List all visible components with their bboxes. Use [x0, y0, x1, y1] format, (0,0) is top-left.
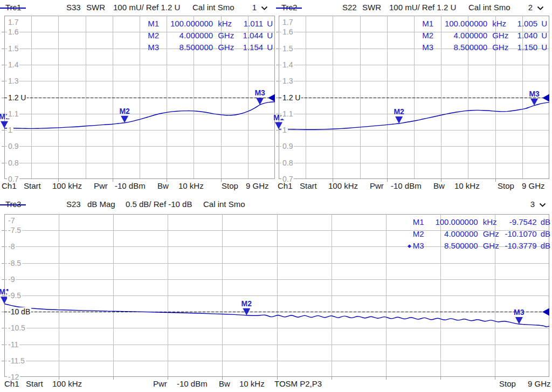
scale-reference[interactable]: 100 mU/ Ref 1.2 U — [389, 3, 456, 12]
start-frequency[interactable]: 100 kHz — [52, 181, 82, 190]
trace-panel-2: Trc2 S22 SWR 100 mU/ Ref 1.2 U Cal int S… — [276, 0, 552, 194]
stop-frequency[interactable]: 9 GHz — [522, 181, 545, 190]
start-label: Start — [300, 181, 317, 190]
power-value[interactable]: -10 dBm — [115, 181, 146, 190]
measurement-parameter[interactable]: S22 — [342, 3, 357, 12]
y-axis-label: 1.3 — [7, 77, 19, 86]
y-axis-label: 1.4 — [281, 60, 294, 70]
scale-reference[interactable]: 0.5 dB/ Ref -10 dB — [126, 200, 192, 209]
marker-vu-cell: U — [263, 43, 273, 52]
chevron-down-icon[interactable] — [261, 6, 268, 11]
trace-format[interactable]: SWR — [362, 3, 381, 12]
stop-label: Stop — [499, 379, 516, 388]
y-axis-label: -8 — [7, 242, 16, 251]
y-axis-label: 0.9 — [281, 142, 294, 151]
chevron-down-icon[interactable] — [537, 6, 544, 11]
bandwidth-label: Bw — [157, 181, 169, 190]
diagram-area-3[interactable]: M1M2M3-7-7.5-8-8.5-9-9.5-10 dB-10.5-11-1… — [4, 214, 549, 377]
trace-panel-1: Trc1 S33 SWR 100 mU/ Ref 1.2 U Cal int S… — [0, 0, 276, 194]
diagram-area-2[interactable]: M1M2M31.71.61.51.41.31.2 U1.110.90.80.7M… — [279, 16, 549, 179]
channel-footer-2: Ch1 Start 100 kHz Pwr -10 dBm Bw 10 kHz … — [276, 179, 552, 194]
marker-val-cell: -10.3779 — [501, 241, 537, 250]
y-axis-label: 0.8 — [7, 159, 19, 168]
marker-freq-cell: 4.000000 — [433, 31, 487, 40]
marker-info-table: M1100.000000kHz1.011UM24.000000GHz1.044U… — [140, 18, 273, 53]
y-axis-label: 1.1 — [7, 109, 19, 119]
stop-frequency[interactable]: 9 GHz — [528, 379, 551, 388]
channel-label: Ch1 — [2, 181, 17, 190]
marker-name-cell: M1 — [401, 217, 424, 226]
marker-name-cell: M2 — [140, 31, 159, 40]
start-frequency[interactable]: 100 kHz — [328, 181, 358, 190]
ref-position-arrow[interactable] — [268, 94, 275, 102]
channel-number[interactable]: 3 — [527, 200, 535, 209]
diagram-area-1[interactable]: M1M2M31.71.61.51.41.31.2 U1.110.90.80.7M… — [4, 16, 275, 179]
marker-M2[interactable]: M2 — [242, 299, 252, 315]
marker-unit-cell: GHz — [487, 43, 510, 52]
y-axis-label: -9.5 — [7, 291, 22, 300]
marker-val-cell: 1.040 — [510, 31, 537, 40]
ref-position-arrow[interactable] — [542, 94, 549, 102]
y-axis-label: -7 — [7, 216, 16, 225]
marker-name-cell: M2 — [414, 31, 433, 40]
bandwidth-value[interactable]: 10 kHz — [178, 181, 204, 190]
trace-color-swatch — [0, 8, 26, 9]
cal-status-value: TOSM P2,P3 — [274, 379, 322, 388]
marker-vu-cell: dB — [537, 229, 550, 238]
y-axis-label: -11.5 — [7, 356, 26, 366]
channel-number[interactable]: 2 — [525, 3, 533, 12]
chevron-down-icon[interactable] — [539, 203, 546, 208]
bandwidth-value[interactable]: 10 kHz — [454, 181, 480, 190]
marker-name-cell: M1 — [140, 19, 159, 28]
marker-info-row: M38.500000GHz1.154U — [140, 41, 273, 53]
marker-val-cell: -10.1070 — [501, 229, 537, 238]
stop-label: Stop — [498, 181, 514, 190]
marker-M2[interactable]: M2 — [119, 107, 130, 123]
marker-vu-cell: U — [263, 19, 273, 28]
marker-unit-cell: GHz — [478, 229, 501, 238]
marker-val-cell: -9.7542 — [501, 217, 537, 226]
power-value[interactable]: -10 dBm — [177, 379, 208, 388]
marker-unit-cell: GHz — [213, 31, 236, 40]
start-label: Start — [26, 379, 43, 388]
bandwidth-value[interactable]: 10 kHz — [239, 379, 265, 388]
marker-label: M3 — [514, 308, 525, 317]
trace-format[interactable]: SWR — [86, 3, 105, 12]
marker-M3[interactable]: M3 — [514, 308, 525, 324]
trace-curve[interactable] — [4, 304, 549, 327]
trace-header-1: Trc1 S33 SWR 100 mU/ Ref 1.2 U Cal int S… — [0, 0, 276, 16]
marker-info-row: ◆M38.500000GHz-10.3779dB — [401, 239, 550, 251]
y-axis-label: 1.7 — [7, 18, 19, 27]
channel-number[interactable]: 1 — [249, 3, 257, 12]
scale-reference[interactable]: 100 mU/ Ref 1.2 U — [113, 3, 180, 12]
trace-format[interactable]: dB Mag — [87, 200, 115, 209]
measurement-parameter[interactable]: S23 — [66, 200, 81, 209]
ref-value-label: -10 dB — [7, 307, 31, 317]
marker-freq-cell: 100.000000 — [159, 19, 213, 28]
marker-val-cell: 1.005 — [510, 19, 537, 28]
marker-info-row: M1100.000000kHz1.011U — [140, 18, 273, 30]
y-axis-label: 1.6 — [281, 27, 294, 37]
power-value[interactable]: -10 dBm — [391, 181, 422, 190]
marker-label: M2 — [242, 299, 252, 308]
marker-name-cell: M3 — [414, 43, 433, 52]
y-axis-label: -10.5 — [7, 324, 26, 333]
marker-info-row: M38.500000GHz1.150U — [414, 41, 547, 53]
start-label: Start — [24, 181, 41, 190]
y-axis-label: 1.4 — [7, 60, 19, 70]
marker-M3[interactable]: M3 — [529, 90, 540, 106]
stop-label: Stop — [222, 181, 238, 190]
marker-M2[interactable]: M2 — [394, 107, 404, 123]
y-axis-label: 1.5 — [7, 44, 19, 53]
y-axis-label: -11 — [7, 340, 19, 349]
channel-label: Ch1 — [278, 181, 293, 190]
measurement-parameter[interactable]: S33 — [66, 3, 81, 12]
trace-header-3: Trc3 S23 dB Mag 0.5 dB/ Ref -10 dB Cal i… — [0, 194, 552, 214]
marker-info-row: M24.000000GHz-10.1070dB — [401, 228, 550, 240]
start-frequency[interactable]: 100 kHz — [52, 379, 82, 388]
marker-M3[interactable]: M3 — [254, 88, 265, 105]
marker-val-cell: 1.011 — [236, 19, 263, 28]
marker-freq-cell: 8.500000 — [159, 43, 213, 52]
ref-position-arrow[interactable] — [542, 308, 549, 316]
stop-frequency[interactable]: 9 GHz — [246, 181, 269, 190]
